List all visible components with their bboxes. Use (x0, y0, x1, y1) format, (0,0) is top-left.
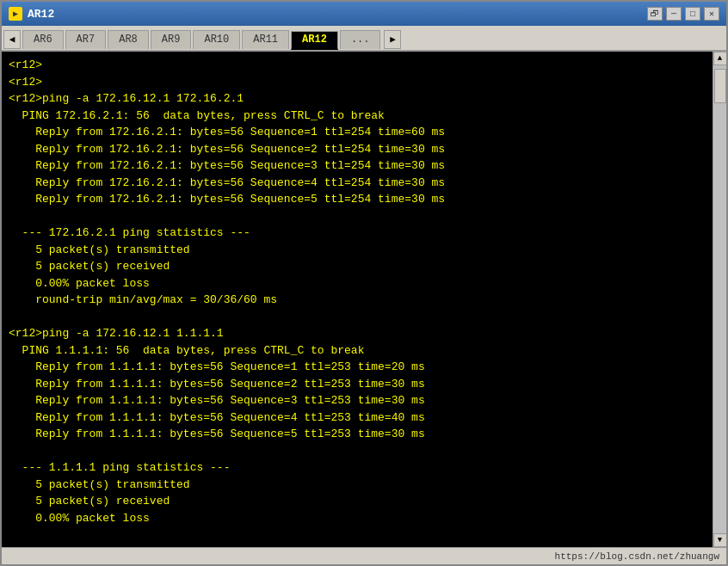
tab-ar8[interactable]: AR8 (108, 30, 149, 49)
scrollbar-track[interactable] (713, 65, 726, 533)
tab-ar9[interactable]: AR9 (151, 30, 192, 49)
title-bar: ▶ AR12 🗗 ─ □ ✕ (2, 2, 726, 26)
maximize-button[interactable]: □ (685, 7, 700, 21)
tab-next-button[interactable]: ▶ (384, 30, 401, 49)
status-bar: https://blog.csdn.net/zhuangw (2, 547, 726, 564)
tab-ar6[interactable]: AR6 (22, 30, 64, 49)
scroll-down-button[interactable]: ▼ (713, 533, 727, 547)
tab-ar12[interactable]: AR12 (291, 31, 338, 50)
minimize-button[interactable]: ─ (666, 7, 682, 21)
terminal-output[interactable]: <r12> <r12> <r12>ping -a 172.16.12.1 172… (2, 52, 713, 547)
tab-ar7[interactable]: AR7 (65, 30, 107, 49)
tab-more[interactable]: ... (340, 30, 381, 49)
title-bar-left: ▶ AR12 (9, 7, 54, 21)
scrollbar: ▲ ▼ (713, 52, 726, 547)
app-icon: ▶ (9, 7, 22, 21)
close-button[interactable]: ✕ (704, 7, 719, 21)
restore-button[interactable]: 🗗 (647, 7, 663, 21)
tab-bar: ◀ AR6 AR7 AR8 AR9 AR10 AR11 AR12 ... ▶ (2, 26, 726, 52)
title-controls: 🗗 ─ □ ✕ (647, 7, 719, 21)
tab-ar11[interactable]: AR11 (242, 30, 289, 49)
scrollbar-thumb[interactable] (714, 69, 726, 103)
window-title: AR12 (28, 8, 54, 21)
tab-ar10[interactable]: AR10 (193, 30, 240, 49)
scroll-up-button[interactable]: ▲ (713, 52, 727, 65)
main-window: ▶ AR12 🗗 ─ □ ✕ ◀ AR6 AR7 AR8 AR9 AR10 AR… (0, 0, 728, 566)
tab-prev-button[interactable]: ◀ (3, 30, 21, 49)
terminal-area: <r12> <r12> <r12>ping -a 172.16.12.1 172… (2, 52, 726, 547)
status-url: https://blog.csdn.net/zhuangw (555, 551, 719, 562)
